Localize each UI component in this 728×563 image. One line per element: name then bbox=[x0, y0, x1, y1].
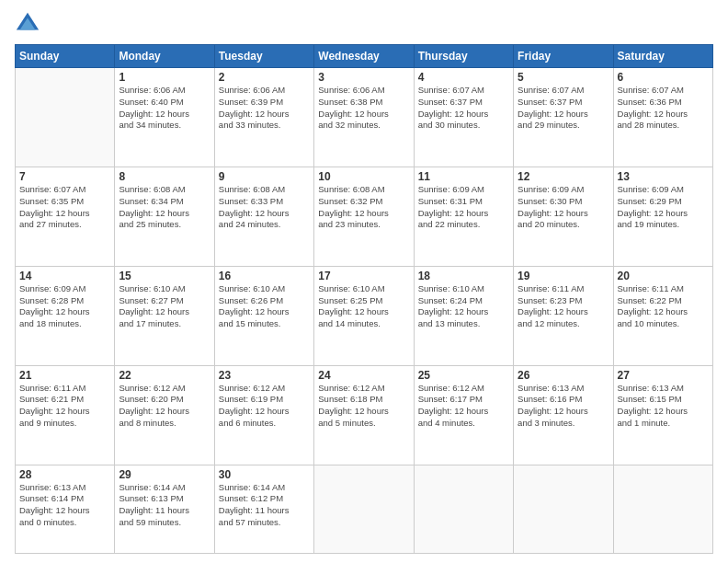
day-number: 17 bbox=[318, 270, 409, 282]
day-number: 16 bbox=[219, 270, 310, 282]
calendar-cell: 12Sunrise: 6:09 AMSunset: 6:30 PMDayligh… bbox=[514, 167, 613, 266]
calendar-cell: 17Sunrise: 6:10 AMSunset: 6:25 PMDayligh… bbox=[314, 266, 414, 365]
calendar-cell: 2Sunrise: 6:06 AMSunset: 6:39 PMDaylight… bbox=[214, 68, 313, 167]
day-info: Sunrise: 6:12 AMSunset: 6:17 PMDaylight:… bbox=[418, 383, 509, 430]
day-number: 6 bbox=[618, 71, 709, 84]
logo bbox=[15, 11, 44, 37]
calendar-cell: 7Sunrise: 6:07 AMSunset: 6:35 PMDaylight… bbox=[16, 167, 115, 266]
calendar-cell: 8Sunrise: 6:08 AMSunset: 6:34 PMDaylight… bbox=[115, 167, 214, 266]
day-number: 5 bbox=[518, 71, 609, 84]
day-number: 22 bbox=[119, 369, 210, 382]
calendar-cell: 11Sunrise: 6:09 AMSunset: 6:31 PMDayligh… bbox=[414, 167, 513, 266]
day-info: Sunrise: 6:13 AMSunset: 6:16 PMDaylight:… bbox=[518, 383, 609, 430]
day-info: Sunrise: 6:09 AMSunset: 6:31 PMDaylight:… bbox=[418, 184, 509, 231]
calendar-cell bbox=[16, 68, 115, 167]
calendar-cell: 30Sunrise: 6:14 AMSunset: 6:12 PMDayligh… bbox=[214, 465, 313, 553]
calendar-cell bbox=[314, 465, 414, 553]
day-number: 3 bbox=[318, 71, 409, 84]
calendar-cell: 5Sunrise: 6:07 AMSunset: 6:37 PMDaylight… bbox=[514, 68, 613, 167]
calendar-week-3: 14Sunrise: 6:09 AMSunset: 6:28 PMDayligh… bbox=[16, 266, 713, 365]
calendar-header-monday: Monday bbox=[115, 45, 214, 68]
day-info: Sunrise: 6:07 AMSunset: 6:36 PMDaylight:… bbox=[618, 85, 709, 132]
day-info: Sunrise: 6:07 AMSunset: 6:37 PMDaylight:… bbox=[418, 85, 509, 132]
calendar-week-5: 28Sunrise: 6:13 AMSunset: 6:14 PMDayligh… bbox=[16, 465, 713, 553]
calendar-cell: 26Sunrise: 6:13 AMSunset: 6:16 PMDayligh… bbox=[514, 365, 613, 465]
day-number: 2 bbox=[219, 71, 310, 84]
calendar-cell: 16Sunrise: 6:10 AMSunset: 6:26 PMDayligh… bbox=[214, 266, 313, 365]
day-number: 28 bbox=[19, 468, 110, 481]
calendar-cell bbox=[414, 465, 513, 553]
calendar-cell: 10Sunrise: 6:08 AMSunset: 6:32 PMDayligh… bbox=[314, 167, 414, 266]
logo-icon bbox=[15, 11, 40, 37]
day-number: 20 bbox=[618, 270, 709, 282]
day-info: Sunrise: 6:08 AMSunset: 6:33 PMDaylight:… bbox=[219, 184, 310, 231]
day-number: 14 bbox=[19, 270, 110, 282]
day-info: Sunrise: 6:12 AMSunset: 6:18 PMDaylight:… bbox=[318, 383, 409, 430]
day-info: Sunrise: 6:11 AMSunset: 6:21 PMDaylight:… bbox=[19, 383, 110, 430]
day-info: Sunrise: 6:08 AMSunset: 6:34 PMDaylight:… bbox=[119, 184, 210, 231]
day-info: Sunrise: 6:13 AMSunset: 6:14 PMDaylight:… bbox=[19, 482, 110, 529]
day-number: 13 bbox=[618, 170, 709, 183]
calendar-cell: 6Sunrise: 6:07 AMSunset: 6:36 PMDaylight… bbox=[613, 68, 712, 167]
day-info: Sunrise: 6:06 AMSunset: 6:38 PMDaylight:… bbox=[318, 85, 409, 132]
day-number: 29 bbox=[119, 468, 210, 481]
day-info: Sunrise: 6:10 AMSunset: 6:26 PMDaylight:… bbox=[219, 283, 310, 330]
calendar-cell: 15Sunrise: 6:10 AMSunset: 6:27 PMDayligh… bbox=[115, 266, 214, 365]
calendar-cell: 18Sunrise: 6:10 AMSunset: 6:24 PMDayligh… bbox=[414, 266, 513, 365]
day-number: 15 bbox=[119, 270, 210, 282]
day-info: Sunrise: 6:14 AMSunset: 6:12 PMDaylight:… bbox=[219, 482, 310, 529]
calendar-cell: 9Sunrise: 6:08 AMSunset: 6:33 PMDaylight… bbox=[214, 167, 313, 266]
calendar-header-row: SundayMondayTuesdayWednesdayThursdayFrid… bbox=[16, 45, 713, 68]
calendar-cell: 14Sunrise: 6:09 AMSunset: 6:28 PMDayligh… bbox=[16, 266, 115, 365]
calendar-week-2: 7Sunrise: 6:07 AMSunset: 6:35 PMDaylight… bbox=[16, 167, 713, 266]
day-info: Sunrise: 6:07 AMSunset: 6:37 PMDaylight:… bbox=[518, 85, 609, 132]
page: SundayMondayTuesdayWednesdayThursdayFrid… bbox=[0, 0, 728, 563]
calendar-cell: 20Sunrise: 6:11 AMSunset: 6:22 PMDayligh… bbox=[613, 266, 712, 365]
calendar-cell: 28Sunrise: 6:13 AMSunset: 6:14 PMDayligh… bbox=[16, 465, 115, 553]
calendar-table: SundayMondayTuesdayWednesdayThursdayFrid… bbox=[15, 44, 713, 554]
calendar-cell: 4Sunrise: 6:07 AMSunset: 6:37 PMDaylight… bbox=[414, 68, 513, 167]
day-number: 10 bbox=[318, 170, 409, 183]
day-info: Sunrise: 6:06 AMSunset: 6:40 PMDaylight:… bbox=[119, 85, 210, 132]
calendar-header-tuesday: Tuesday bbox=[214, 45, 313, 68]
day-number: 9 bbox=[219, 170, 310, 183]
day-number: 7 bbox=[19, 170, 110, 183]
day-number: 25 bbox=[418, 369, 509, 382]
day-info: Sunrise: 6:09 AMSunset: 6:28 PMDaylight:… bbox=[19, 283, 110, 330]
calendar-cell: 21Sunrise: 6:11 AMSunset: 6:21 PMDayligh… bbox=[16, 365, 115, 465]
day-info: Sunrise: 6:12 AMSunset: 6:20 PMDaylight:… bbox=[119, 383, 210, 430]
calendar-cell: 1Sunrise: 6:06 AMSunset: 6:40 PMDaylight… bbox=[115, 68, 214, 167]
day-info: Sunrise: 6:12 AMSunset: 6:19 PMDaylight:… bbox=[219, 383, 310, 430]
day-number: 30 bbox=[219, 468, 310, 481]
header bbox=[15, 11, 713, 37]
day-info: Sunrise: 6:11 AMSunset: 6:23 PMDaylight:… bbox=[518, 283, 609, 330]
day-number: 18 bbox=[418, 270, 509, 282]
calendar-cell: 3Sunrise: 6:06 AMSunset: 6:38 PMDaylight… bbox=[314, 68, 414, 167]
day-number: 26 bbox=[518, 369, 609, 382]
day-info: Sunrise: 6:10 AMSunset: 6:25 PMDaylight:… bbox=[318, 283, 409, 330]
calendar-cell: 23Sunrise: 6:12 AMSunset: 6:19 PMDayligh… bbox=[214, 365, 313, 465]
calendar-week-4: 21Sunrise: 6:11 AMSunset: 6:21 PMDayligh… bbox=[16, 365, 713, 465]
day-number: 23 bbox=[219, 369, 310, 382]
day-info: Sunrise: 6:13 AMSunset: 6:15 PMDaylight:… bbox=[618, 383, 709, 430]
day-number: 8 bbox=[119, 170, 210, 183]
calendar-cell: 13Sunrise: 6:09 AMSunset: 6:29 PMDayligh… bbox=[613, 167, 712, 266]
day-number: 24 bbox=[318, 369, 409, 382]
calendar-cell bbox=[514, 465, 613, 553]
calendar-cell: 27Sunrise: 6:13 AMSunset: 6:15 PMDayligh… bbox=[613, 365, 712, 465]
calendar-cell: 29Sunrise: 6:14 AMSunset: 6:13 PMDayligh… bbox=[115, 465, 214, 553]
day-info: Sunrise: 6:09 AMSunset: 6:29 PMDaylight:… bbox=[618, 184, 709, 231]
calendar-header-friday: Friday bbox=[514, 45, 613, 68]
day-number: 21 bbox=[19, 369, 110, 382]
calendar-cell: 19Sunrise: 6:11 AMSunset: 6:23 PMDayligh… bbox=[514, 266, 613, 365]
day-number: 1 bbox=[119, 71, 210, 84]
day-info: Sunrise: 6:06 AMSunset: 6:39 PMDaylight:… bbox=[219, 85, 310, 132]
day-info: Sunrise: 6:14 AMSunset: 6:13 PMDaylight:… bbox=[119, 482, 210, 529]
day-info: Sunrise: 6:10 AMSunset: 6:24 PMDaylight:… bbox=[418, 283, 509, 330]
day-info: Sunrise: 6:08 AMSunset: 6:32 PMDaylight:… bbox=[318, 184, 409, 231]
calendar-cell: 25Sunrise: 6:12 AMSunset: 6:17 PMDayligh… bbox=[414, 365, 513, 465]
calendar-header-wednesday: Wednesday bbox=[314, 45, 414, 68]
calendar-header-sunday: Sunday bbox=[16, 45, 115, 68]
calendar-cell bbox=[613, 465, 712, 553]
day-number: 19 bbox=[518, 270, 609, 282]
